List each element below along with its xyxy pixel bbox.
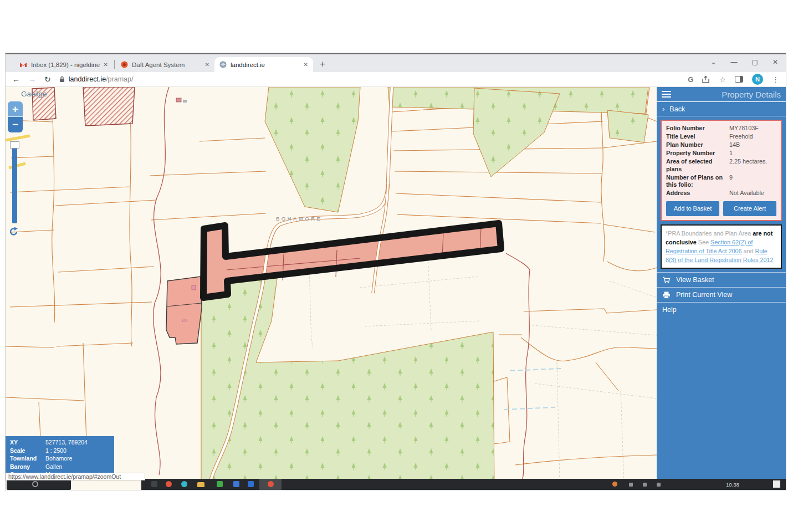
detail-row: Title LevelFreehold (666, 133, 776, 141)
side-panel-icon[interactable] (735, 76, 743, 83)
disclaimer-text: and (741, 248, 755, 254)
browser-menu-icon[interactable]: ⋮ (772, 75, 779, 84)
info-value: Bohamore (45, 454, 72, 463)
tab-bar: Inbox (1,829) - nigeldineenaucti ✕ Daft … (6, 53, 786, 72)
tab-landdirect[interactable]: landdirect.ie ✕ (214, 57, 313, 72)
info-value: Gallen (45, 463, 62, 471)
tab-daft[interactable]: Daft Agent System ✕ (116, 57, 214, 72)
property-details-panel: Property Details ›Back Folio NumberMY781… (657, 87, 786, 490)
zoom-control: + − (8, 101, 23, 132)
zoom-in-button[interactable]: + (8, 101, 23, 117)
chrome-icon[interactable] (268, 481, 274, 487)
detail-row: Number of Plans on this folio:9 (666, 174, 776, 189)
search-circle-icon[interactable] (32, 481, 38, 487)
profile-avatar[interactable]: N (752, 74, 763, 85)
zoom-slider[interactable] (12, 141, 17, 223)
maximize-button[interactable]: ▢ (752, 58, 758, 66)
detail-value: 1 (729, 150, 776, 157)
detail-label: Number of Plans on this folio: (666, 174, 729, 189)
forward-button[interactable]: → (28, 75, 36, 84)
daft-icon (121, 61, 128, 68)
show-desktop-button[interactable] (773, 480, 780, 488)
taskbar-clock: 10:38 (726, 482, 739, 488)
close-window-button[interactable]: ✕ (773, 58, 778, 66)
landdirect-icon (219, 61, 227, 68)
well-symbol (192, 285, 196, 290)
app-icon-red[interactable] (166, 481, 172, 487)
detail-row: Area of selected plans2.25 hectares. (666, 158, 776, 173)
refresh-icon[interactable] (9, 227, 19, 239)
tray-icon[interactable] (629, 483, 633, 487)
detail-value: 9 (729, 174, 776, 189)
disclaimer-text: *PRA Boundaries and Plan Area (666, 230, 753, 237)
basket-icon (662, 277, 676, 284)
detail-label: Property Number (666, 150, 729, 157)
url-path: /pramap/ (106, 75, 133, 83)
add-to-basket-button[interactable]: Add to Basket (666, 201, 719, 216)
detail-value: Freehold (729, 133, 776, 141)
info-label: XY (10, 438, 45, 447)
windows-taskbar[interactable]: 10:38 (141, 479, 786, 490)
back-button-row[interactable]: ›Back (657, 102, 786, 116)
detail-value: 2.25 hectares. (729, 158, 776, 173)
zoom-out-button[interactable]: − (8, 117, 23, 132)
tray-icon[interactable] (643, 483, 647, 487)
minimize-button[interactable]: — (731, 58, 738, 66)
info-value: 527713, 789204 (45, 438, 88, 447)
panel-title: Property Details (722, 90, 781, 99)
app-icon-blue[interactable] (233, 481, 239, 487)
tab-title: landdirect.ie (231, 62, 300, 68)
menu-item-label: Help (662, 306, 677, 314)
file-explorer-icon[interactable] (197, 482, 204, 487)
menu-hamburger-icon[interactable] (662, 89, 671, 99)
menu-item-label: Print Current View (676, 291, 732, 299)
bookmark-star-icon[interactable]: ☆ (719, 75, 726, 84)
zoom-slider-handle[interactable] (10, 141, 19, 149)
detail-buttons: Add to Basket Create Alert (666, 201, 776, 216)
close-icon[interactable]: ✕ (104, 62, 108, 68)
url-domain: landdirect.ie (69, 75, 106, 83)
detail-label: Title Level (666, 133, 729, 141)
map-canvas[interactable]: BOHAMORE Bx (6, 87, 657, 490)
browser-toolbar: ← → ↻ landdirect.ie/pramap/ G ☆ N ⋮ (6, 72, 786, 87)
tray-icon-orange[interactable] (612, 482, 617, 487)
app-icon-dark[interactable] (151, 481, 157, 487)
detail-label: Folio Number (666, 125, 729, 132)
tab-title: Daft Agent System (132, 62, 201, 68)
tab-gmail[interactable]: Inbox (1,829) - nigeldineenaucti ✕ (14, 57, 113, 72)
close-icon[interactable]: ✕ (205, 62, 209, 68)
disclaimer-text: See (697, 239, 710, 245)
detail-value: 14B (729, 141, 776, 149)
property-details-box: Folio NumberMY78103F Title LevelFreehold… (661, 120, 782, 221)
detail-value: Not Available (729, 190, 776, 197)
toolbar-right: G ☆ N ⋮ (688, 74, 779, 85)
printer-icon (662, 291, 676, 299)
detail-row: Property Number1 (666, 150, 776, 157)
share-icon[interactable] (702, 76, 710, 83)
reload-button[interactable]: ↻ (44, 75, 51, 84)
back-label: Back (669, 105, 685, 113)
scanned-page: Inbox (1,829) - nigeldineenaucti ✕ Daft … (0, 0, 798, 532)
print-current-view-item[interactable]: Print Current View (657, 287, 786, 302)
detail-label: Area of selected plans (666, 158, 729, 173)
new-tab-button[interactable]: + (320, 59, 325, 70)
detail-row: Plan Number14B (666, 141, 776, 149)
app-icon-blue2[interactable] (248, 481, 254, 487)
info-row: TownlandBohamore (10, 454, 114, 463)
language-link[interactable]: Gaeilge (21, 90, 47, 98)
help-item[interactable]: Help (657, 302, 786, 317)
disclaimer-box: *PRA Boundaries and Plan Area are not co… (661, 224, 782, 269)
app-icon-teal[interactable] (181, 481, 187, 487)
address-bar[interactable]: landdirect.ie/pramap/ (59, 75, 134, 83)
tab-search-icon[interactable]: ⌄ (711, 58, 717, 66)
close-icon[interactable]: ✕ (304, 62, 308, 68)
view-basket-item[interactable]: View Basket (657, 272, 786, 287)
start-button-fragment[interactable] (7, 480, 71, 490)
tray-icon[interactable] (657, 483, 661, 487)
app-icon-green[interactable] (217, 481, 223, 487)
townland-label: BOHAMORE (276, 216, 322, 222)
small-pink-parcel[interactable] (166, 277, 202, 344)
create-alert-button[interactable]: Create Alert (723, 201, 776, 216)
google-extension-icon[interactable]: G (688, 75, 693, 84)
back-button[interactable]: ← (12, 75, 20, 84)
